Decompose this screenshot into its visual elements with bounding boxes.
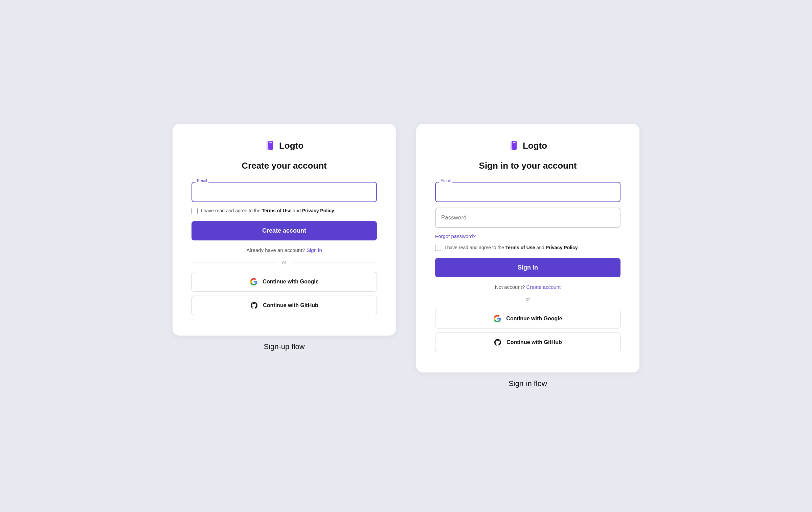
signup-card: Logto Create your account Email I have r… xyxy=(173,124,396,335)
signup-github-button[interactable]: Continue with GitHub xyxy=(191,296,377,315)
signin-divider-line-left xyxy=(435,299,520,299)
signup-github-icon xyxy=(250,301,258,310)
signup-divider-line-left xyxy=(191,262,277,262)
signin-logo-text: Logto xyxy=(523,141,547,151)
signin-github-button[interactable]: Continue with GitHub xyxy=(435,333,621,352)
create-account-button[interactable]: Create account xyxy=(191,221,377,240)
signin-github-label: Continue with GitHub xyxy=(506,339,562,345)
signin-flow-label: Sign-in flow xyxy=(509,379,547,388)
signup-flow-label: Sign-up flow xyxy=(264,342,304,351)
signin-divider-text: or xyxy=(526,297,530,302)
signup-terms-row: I have read and agree to the Terms of Us… xyxy=(191,208,377,214)
signin-alt-text: Not account? Create account xyxy=(435,284,621,290)
signup-terms-label: I have read and agree to the Terms of Us… xyxy=(201,208,335,214)
signin-terms-row: I have read and agree to the Terms of Us… xyxy=(435,244,621,251)
logto-logo-icon xyxy=(265,140,276,151)
signup-google-icon xyxy=(250,278,258,286)
signin-terms-checkbox[interactable] xyxy=(435,245,441,251)
sign-in-button[interactable]: Sign in xyxy=(435,258,621,277)
signup-divider-text: or xyxy=(282,260,286,265)
page-container: Logto Create your account Email I have r… xyxy=(169,124,643,388)
signin-password-input[interactable] xyxy=(435,208,621,228)
signin-card: Logto Sign in to your account Email Forg… xyxy=(416,124,639,372)
svg-rect-2 xyxy=(268,141,273,150)
signup-terms-checkbox[interactable] xyxy=(191,208,198,214)
signup-title: Create your account xyxy=(191,161,377,171)
signin-google-label: Continue with Google xyxy=(506,316,562,322)
signin-google-icon xyxy=(493,315,501,323)
signin-flow-section: Logto Sign in to your account Email Forg… xyxy=(413,124,643,388)
forgot-password-link[interactable]: Forgot password? xyxy=(435,233,621,239)
signup-logo: Logto xyxy=(191,140,377,151)
signin-divider: or xyxy=(435,297,621,302)
svg-rect-3 xyxy=(269,142,272,143)
signup-signin-link[interactable]: Sign in xyxy=(307,247,322,253)
signin-logto-logo-icon xyxy=(509,140,519,151)
signup-email-label: Email xyxy=(196,178,208,183)
signup-divider-line-right xyxy=(292,262,377,262)
signin-create-link[interactable]: Create account xyxy=(526,284,561,290)
signup-email-input[interactable] xyxy=(191,182,377,202)
signin-google-button[interactable]: Continue with Google xyxy=(435,309,621,328)
signup-github-label: Continue with GitHub xyxy=(263,302,318,308)
signin-password-group xyxy=(435,208,621,228)
signin-email-group: Email xyxy=(435,182,621,202)
signin-email-input[interactable] xyxy=(435,182,621,202)
signup-google-button[interactable]: Continue with Google xyxy=(191,272,377,292)
signup-email-group: Email xyxy=(191,182,377,202)
svg-rect-7 xyxy=(513,142,516,143)
svg-rect-6 xyxy=(512,141,517,150)
signin-divider-line-right xyxy=(535,299,621,299)
signin-terms-label: I have read and agree to the Terms of Us… xyxy=(445,244,579,251)
signup-logo-text: Logto xyxy=(279,141,303,151)
signup-divider: or xyxy=(191,260,377,265)
signup-alt-text: Already have an account? Sign in xyxy=(191,247,377,253)
signup-google-label: Continue with Google xyxy=(263,279,318,285)
signup-flow-section: Logto Create your account Email I have r… xyxy=(169,124,399,351)
signin-github-icon xyxy=(494,338,502,346)
signin-title: Sign in to your account xyxy=(435,161,621,171)
signin-logo: Logto xyxy=(435,140,621,151)
signin-email-label: Email xyxy=(439,178,452,183)
